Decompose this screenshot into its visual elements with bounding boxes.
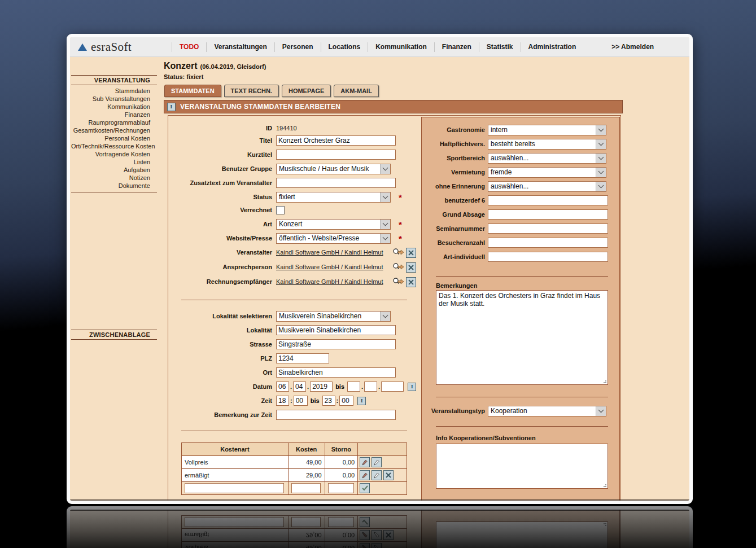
sportbereich-select[interactable]: auswählen...	[488, 153, 606, 164]
zeit-bis-stunde-input[interactable]	[322, 396, 335, 406]
datum-von-monat-input[interactable]	[293, 382, 306, 392]
zeit-info-icon[interactable]: I	[357, 397, 366, 405]
bemerkung-zeit-label: Bemerkung zur Zeit	[168, 411, 276, 418]
bemerkung-zeit-input[interactable]	[276, 410, 396, 420]
nav-item-veranstaltungen[interactable]: Veranstaltungen	[206, 42, 274, 52]
verrechnet-checkbox[interactable]	[276, 206, 285, 214]
zeit-von-minute-input[interactable]	[294, 396, 308, 406]
veranstaltungstyp-select[interactable]: Kooperation	[488, 406, 606, 417]
nav-item-statistik[interactable]: Statistik	[479, 42, 521, 52]
new-storno-input[interactable]	[328, 483, 354, 493]
art-individuell-input[interactable]	[488, 252, 608, 262]
veranstalter-clear-button[interactable]	[406, 248, 416, 258]
logout-link[interactable]: >> Abmelden	[611, 43, 654, 51]
bemerkungen-textarea[interactable]: Das 1. Konzert des Orchesters in Graz fi…	[436, 290, 608, 385]
kostenart-cell: ermäßigt	[182, 469, 289, 482]
nav-item-kommunikation[interactable]: Kommunikation	[368, 42, 434, 52]
date-separator: .	[377, 383, 381, 390]
sidebar-item-personal-kosten[interactable]: Personal Kosten	[71, 134, 157, 142]
new-kosten-input[interactable]	[291, 483, 321, 493]
ansprechperson-link[interactable]: Kaindl Software GmbH / Kaindl Helmut	[276, 264, 383, 270]
plz-input[interactable]	[276, 353, 329, 363]
veranstalter-link[interactable]: Kaindl Software GmbH / Kaindl Helmut	[276, 249, 383, 256]
ohne-erinnerung-select[interactable]: auswählen...	[488, 181, 606, 192]
brand-logo[interactable]: esraSoft	[70, 40, 163, 54]
app-window: esraSoft TODO Veranstaltungen Personen L…	[67, 34, 693, 504]
zusatztext-input[interactable]	[276, 178, 396, 188]
website-presse-value: öffentlich - Website/Presse	[277, 234, 380, 242]
nav-menu: TODO Veranstaltungen Personen Locations …	[172, 37, 654, 56]
lokalitaet-selektieren-select[interactable]: Musikverein Sinabelkirchen	[276, 311, 391, 322]
datum-von-jahr-input[interactable]	[310, 382, 333, 392]
sidebar-item-notizen[interactable]: Notizen	[71, 174, 157, 182]
edit-button[interactable]	[360, 470, 370, 480]
ort-input[interactable]	[276, 367, 396, 378]
nav-item-locations[interactable]: Locations	[321, 42, 368, 52]
besucheranzahl-input[interactable]	[488, 238, 608, 248]
nav-item-personen[interactable]: Personen	[274, 42, 321, 52]
resize-handle-icon[interactable]	[605, 486, 606, 487]
confirm-button[interactable]	[360, 483, 370, 493]
zeit-bis-minute-input[interactable]	[339, 396, 353, 406]
edit-button[interactable]	[360, 457, 370, 467]
nav-item-finanzen[interactable]: Finanzen	[434, 42, 479, 52]
strasse-input[interactable]	[276, 339, 396, 349]
ohne-erinnerung-label: ohne Erinnerung	[422, 183, 488, 190]
sidebar-item-ort-technik-ressource-kosten[interactable]: Ort/Technik/Ressource Kosten	[71, 142, 157, 150]
datum-bis-monat-input[interactable]	[364, 382, 377, 392]
ort-label: Ort	[168, 369, 276, 376]
nav-item-administration[interactable]: Administration	[521, 42, 584, 52]
ansprechperson-search-button[interactable]	[392, 262, 405, 273]
datum-von-tag-input[interactable]	[276, 382, 289, 392]
datum-bis-tag-input[interactable]	[347, 382, 360, 392]
info-kooperationen-textarea[interactable]	[436, 444, 608, 489]
datum-info-icon[interactable]: I	[408, 383, 416, 391]
delete-button[interactable]	[383, 470, 394, 480]
vermietung-select[interactable]: fremde	[488, 167, 606, 178]
rechnungsempfaenger-search-button[interactable]	[392, 277, 405, 287]
tab-akm-mail[interactable]: AKM-MAIL	[334, 85, 379, 97]
haftpflicht-select[interactable]: besteht bereits	[488, 139, 606, 150]
edit-alt-button[interactable]	[372, 470, 382, 480]
tab-text-rechn[interactable]: TEXT RECHN.	[224, 85, 279, 97]
gastronomie-select[interactable]: intern	[488, 125, 606, 135]
tab-homepage[interactable]: HOMEPAGE	[282, 85, 331, 97]
sidebar-item-sub-veranstaltungen[interactable]: Sub Veranstaltungen	[71, 95, 157, 103]
status-select[interactable]: fixiert	[276, 192, 391, 203]
sidebar-item-finanzen[interactable]: Finanzen	[71, 111, 157, 119]
sidebar-item-aufgaben[interactable]: Aufgaben	[71, 166, 157, 174]
veranstalter-search-button[interactable]	[392, 248, 405, 258]
chevron-down-icon	[596, 406, 606, 416]
rechnungsempfaenger-link[interactable]: Kaindl Software GmbH / Kaindl Helmut	[276, 278, 383, 285]
sidebar-item-raumprogrammablauf[interactable]: Raumprogrammablauf	[71, 119, 157, 126]
titel-input[interactable]	[276, 135, 396, 146]
edit-alt-button[interactable]	[372, 457, 382, 467]
tab-stammdaten[interactable]: STAMMDATEN	[164, 85, 221, 97]
sidebar-item-gesamtkosten-rechnungen[interactable]: Gesamtkosten/Rechnungen	[71, 126, 157, 134]
sidebar-item-stammdaten[interactable]: Stammdaten	[71, 87, 157, 95]
vermietung-label: Vermietung	[422, 169, 488, 176]
sidebar-zwischenablage-block: ZWISCHENABLAGE	[71, 330, 157, 340]
website-presse-select[interactable]: öffentlich - Website/Presse	[276, 233, 391, 244]
datum-bis-jahr-input[interactable]	[381, 382, 404, 392]
sidebar-item-kommunikation[interactable]: Kommunikation	[71, 103, 157, 111]
seminarnummer-input[interactable]	[488, 223, 608, 234]
resize-handle-icon[interactable]	[605, 382, 606, 383]
nav-item-todo[interactable]: TODO	[172, 42, 206, 52]
benutzer-gruppe-select[interactable]: Musikschule / Haus der Musik	[276, 164, 391, 174]
kurztitel-input[interactable]	[276, 150, 396, 160]
sportbereich-label: Sportbereich	[422, 155, 488, 161]
ansprechperson-clear-button[interactable]	[406, 262, 416, 273]
lokalitaet-input[interactable]	[276, 325, 396, 335]
grund-absage-input[interactable]	[488, 209, 608, 220]
section-info-icon[interactable]: I	[167, 103, 176, 111]
benutzerdef6-input[interactable]	[488, 195, 608, 205]
art-select[interactable]: Konzert	[276, 219, 391, 230]
sidebar-item-dokumente[interactable]: Dokumente	[71, 182, 157, 190]
rechnungsempfaenger-clear-button[interactable]	[406, 277, 416, 287]
sidebar-item-vortragende-kosten[interactable]: Vortragende Kosten	[71, 150, 157, 158]
new-kostenart-input[interactable]	[185, 483, 284, 493]
zeit-von-stunde-input[interactable]	[276, 396, 289, 406]
status-value: fixiert	[277, 193, 380, 201]
sidebar-item-listen[interactable]: Listen	[71, 158, 157, 166]
